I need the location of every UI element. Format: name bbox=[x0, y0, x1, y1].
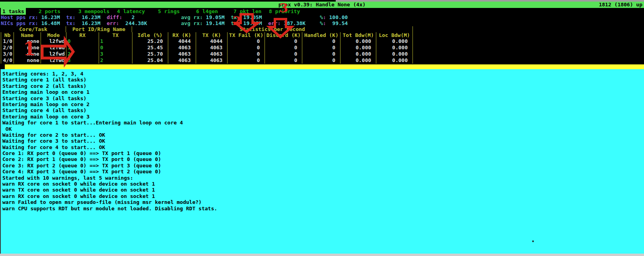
tab-7-pkt_len[interactable]: 7 pkt_len bbox=[232, 8, 263, 15]
tab-6-l4gen[interactable]: 6 l4gen bbox=[195, 8, 220, 15]
column-header: Nb bbox=[1, 32, 14, 38]
cell: none bbox=[14, 51, 41, 57]
cell: 3 bbox=[66, 57, 99, 64]
log-line: warn Failed to open msr pseudo-file (mis… bbox=[2, 199, 644, 205]
column-header: TX bbox=[99, 32, 132, 38]
cell: 3/0 bbox=[1, 51, 14, 57]
cell: 0 bbox=[99, 45, 132, 51]
divider-bar bbox=[5, 64, 644, 69]
nics-pps-line: NICs pps rx: 16.48M tx: 16.23M err: 244.… bbox=[0, 20, 644, 26]
column-header: Tot Bdw(M) bbox=[340, 32, 376, 38]
log-line: Starting core 2 (all tasks) bbox=[2, 83, 644, 89]
cell: 0.000 bbox=[340, 57, 376, 64]
cell: 0 bbox=[228, 38, 265, 45]
nics-pps-line-pct: %: 99.54 bbox=[320, 20, 348, 26]
column-header: TX (K) bbox=[196, 32, 228, 38]
host-pps-line-main: Host pps rx: 16.23M tx: 16.23M diff: 2 bbox=[1, 14, 135, 20]
cell: 25.20 bbox=[132, 38, 168, 45]
tab-1-tasks[interactable]: 1 tasks bbox=[1, 8, 26, 15]
log-line: Core 2: RX port 1 (queue 0) ==> TX port … bbox=[2, 156, 644, 162]
cell: 0.000 bbox=[376, 57, 413, 64]
cell: 4063 bbox=[168, 45, 196, 51]
cell: 25.45 bbox=[132, 45, 168, 51]
cell: 4063 bbox=[196, 45, 228, 51]
cell: 4063 bbox=[196, 51, 228, 57]
log-line: Entering main loop on core 2 bbox=[2, 101, 644, 107]
cell: 0 bbox=[302, 51, 340, 57]
tab-4-latency[interactable]: 4 latency bbox=[115, 8, 146, 15]
task-stats-table: Core/TaskPort ID/Ring NameStatistics per… bbox=[1, 26, 413, 64]
cell: none bbox=[14, 57, 41, 64]
stray-dot bbox=[532, 240, 534, 242]
cell: 0 bbox=[302, 57, 340, 64]
cell: 4063 bbox=[168, 57, 196, 64]
log-line: warn CPU supports RDT but msr module not… bbox=[2, 206, 644, 211]
cell: 4/0 bbox=[1, 57, 14, 64]
cell: l2fwd bbox=[41, 38, 66, 45]
tab-3-mempools[interactable]: 3 mempools bbox=[77, 8, 111, 15]
log-line: warn RX core on socket 0 while device on… bbox=[2, 193, 644, 199]
log-line: OK bbox=[2, 126, 644, 132]
column-header: Loc Bdw(M) bbox=[376, 32, 413, 38]
log-line: Starting core 1 (all tasks) bbox=[2, 77, 644, 83]
cell: 0.000 bbox=[376, 51, 413, 57]
cell: 25.70 bbox=[132, 51, 168, 57]
table-row: 3/0nonel2fwd2325.70406340630000.0000.000 bbox=[1, 51, 413, 57]
group-header: Core/Task bbox=[1, 26, 66, 32]
log-line: Started with 10 warnings, last 5 warning… bbox=[2, 175, 644, 181]
column-header: Mode bbox=[41, 32, 66, 38]
cell: 2 bbox=[99, 57, 132, 64]
cell: 0 bbox=[66, 38, 99, 45]
table-row: 1/0nonel2fwd0125.20404440440000.0000.000 bbox=[1, 38, 413, 45]
log-line: Entering main loop on core 3 bbox=[2, 114, 644, 120]
cell: l2fwd bbox=[41, 45, 66, 51]
cell: l2fwd bbox=[41, 57, 66, 64]
column-header: Discard (K) bbox=[265, 32, 302, 38]
cell: 4063 bbox=[196, 57, 228, 64]
cell: l2fwd bbox=[41, 51, 66, 57]
nics-pps-line-avg: avg rx: 19.14M tx: 19.05M err: 187.38K bbox=[181, 20, 305, 26]
log-line: Starting core 4 (all tasks) bbox=[2, 107, 644, 113]
log-line: Core 3: RX port 2 (queue 0) ==> TX port … bbox=[2, 163, 644, 169]
log-panel: Starting cores: 1, 2, 3, 4Starting core … bbox=[0, 69, 644, 254]
log-line: Starting cores: 1, 2, 3, 4 bbox=[2, 71, 644, 77]
cell: 4063 bbox=[168, 51, 196, 57]
cell: 0 bbox=[228, 45, 265, 51]
cell: 1/0 bbox=[1, 38, 14, 45]
titlebar: prox v0.39: Handle None (4x) 1812 (1806)… bbox=[0, 2, 644, 8]
cell: 3 bbox=[99, 51, 132, 57]
log-line: warn TX core on socket 0 while device on… bbox=[2, 187, 644, 193]
cell: 0 bbox=[302, 45, 340, 51]
cell: 1 bbox=[66, 45, 99, 51]
cell: 0 bbox=[228, 57, 265, 64]
column-header: RX (K) bbox=[168, 32, 196, 38]
uptime-counter: 1812 (1806) up bbox=[599, 2, 642, 8]
log-line: warn RX core on socket 0 while device on… bbox=[2, 181, 644, 187]
cell: 0 bbox=[302, 38, 340, 45]
log-line: Waiting for core 2 to start... OK bbox=[2, 132, 644, 138]
cell: none bbox=[14, 38, 41, 45]
cell: 0 bbox=[265, 38, 302, 45]
bottom-strip bbox=[0, 254, 644, 256]
cell: 2/0 bbox=[1, 45, 14, 51]
log-line: Starting core 3 (all tasks) bbox=[2, 95, 644, 101]
prox-terminal-screen: prox v0.39: Handle None (4x) 1812 (1806)… bbox=[0, 0, 644, 256]
log-line: Waiting for core 3 to start... OK bbox=[2, 138, 644, 144]
table-row: 2/0nonel2fwd1025.45406340630000.0000.000 bbox=[1, 45, 413, 51]
column-header: Idle (%) bbox=[132, 32, 168, 38]
cell: 0.000 bbox=[340, 38, 376, 45]
tab-8-priority[interactable]: 8 priority bbox=[267, 8, 302, 15]
cell: 0.000 bbox=[340, 51, 376, 57]
cell: 4044 bbox=[168, 38, 196, 45]
tab-5-rings[interactable]: 5 rings bbox=[156, 8, 181, 15]
tab-2-ports[interactable]: 2 ports bbox=[37, 8, 62, 15]
cell: 0 bbox=[265, 51, 302, 57]
cell: 0 bbox=[228, 51, 265, 57]
cell: 4044 bbox=[196, 38, 228, 45]
cell: 0.000 bbox=[340, 45, 376, 51]
host-pps-line-avg: avg rx: 19.05M tx: 19.05M bbox=[181, 14, 262, 20]
cell: 1 bbox=[99, 38, 132, 45]
column-header: TX Fail (K) bbox=[228, 32, 265, 38]
column-header: Name bbox=[14, 32, 41, 38]
log-line: Entering main loop on core 1 bbox=[2, 89, 644, 95]
